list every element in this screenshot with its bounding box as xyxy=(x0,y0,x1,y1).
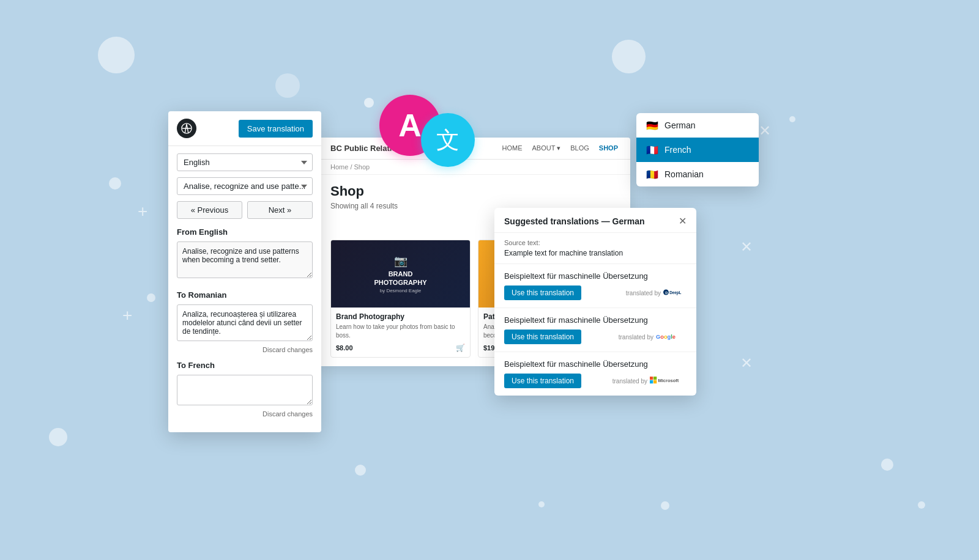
deco-dot-5 xyxy=(355,465,366,476)
translated-by-deepl: translated by D DeepL xyxy=(626,288,687,298)
use-translation-microsoft[interactable]: Use this translation xyxy=(504,374,581,388)
svg-rect-8 xyxy=(653,380,657,383)
bubble-translate: 文 xyxy=(421,113,475,167)
use-translation-deepl[interactable]: Use this translation xyxy=(504,286,581,300)
lang-item-german[interactable]: 🇩🇪 German xyxy=(636,113,759,138)
deco-plus-1: + xyxy=(138,202,147,221)
suggestion-footer-google: Use this translation translated by Googl… xyxy=(504,330,687,344)
deco-dot-12 xyxy=(918,501,925,509)
product-footer-brand: $8.00 🛒 xyxy=(336,344,465,352)
shop-nav-links: HOME ABOUT ▾ BLOG SHOP xyxy=(502,144,618,152)
suggestion-deepl: Beispieltext für maschinelle Übersetzung… xyxy=(494,264,696,308)
lang-item-french[interactable]: 🇫🇷 French xyxy=(636,138,759,162)
lang-item-romanian[interactable]: 🇷🇴 Romanian xyxy=(636,162,759,186)
svg-text:D: D xyxy=(665,291,668,295)
google-badge: Google xyxy=(656,332,687,342)
camera-icon: 📷 xyxy=(394,254,408,268)
deco-dot-11 xyxy=(364,98,374,108)
source-text: Example text for machine translation xyxy=(504,249,687,257)
to-romanian-label: To Romanian xyxy=(177,290,313,300)
to-french-label: To French xyxy=(177,361,313,370)
deepl-badge: D DeepL xyxy=(663,288,687,298)
source-label: Source text: xyxy=(504,239,687,246)
german-flag: 🇩🇪 xyxy=(646,121,658,130)
nav-about[interactable]: ABOUT ▾ xyxy=(532,144,560,152)
scene: ✕ ✕ ✕ + + A 文 Save translation English xyxy=(0,0,979,560)
previous-button[interactable]: « Previous xyxy=(177,201,242,219)
wp-translation-panel: Save translation English Analise, recogn… xyxy=(168,111,321,432)
deco-dot-6 xyxy=(538,501,545,507)
deco-plus-2: + xyxy=(122,306,132,325)
discard-romanian[interactable]: Discard changes xyxy=(177,346,313,353)
deco-dot-4 xyxy=(49,428,67,446)
save-translation-button[interactable]: Save translation xyxy=(239,120,313,138)
to-french-section: To French Discard changes xyxy=(177,361,313,418)
suggestion-footer-deepl: Use this translation translated by D Dee… xyxy=(504,286,687,300)
deco-dot-7 xyxy=(612,40,646,73)
deco-dot-2 xyxy=(109,177,121,190)
brand-sub: by Desmond Eagle xyxy=(380,288,422,293)
french-textarea[interactable] xyxy=(177,375,313,405)
from-section: From English Analise, recognize and use … xyxy=(177,227,313,283)
french-label: French xyxy=(664,145,691,155)
microsoft-badge: Microsoft xyxy=(650,376,687,386)
deco-dot-10 xyxy=(881,459,893,471)
nav-buttons: « Previous Next » xyxy=(177,201,313,219)
language-select[interactable]: English xyxy=(177,153,313,171)
product-card-brand: 📷 BRANDPHOTOGRAPHY by Desmond Eagle Bran… xyxy=(330,240,471,358)
wp-panel-header: Save translation xyxy=(168,111,321,146)
svg-rect-6 xyxy=(653,377,657,380)
german-label: German xyxy=(664,120,696,130)
deco-cross-1: ✕ xyxy=(759,122,771,139)
suggestions-panel: Suggested translations — German ✕ Source… xyxy=(494,208,696,396)
shop-breadcrumb: Home / Shop xyxy=(318,160,630,175)
language-selector-panel: 🇩🇪 German 🇫🇷 French 🇷🇴 Romanian xyxy=(636,113,759,186)
french-flag: 🇫🇷 xyxy=(646,146,658,154)
wp-panel-body: English Analise, recognize and use patte… xyxy=(168,146,321,432)
translated-by-label-deepl: translated by xyxy=(626,290,661,297)
product-image-brand: 📷 BRANDPHOTOGRAPHY by Desmond Eagle xyxy=(331,240,470,308)
string-select[interactable]: Analise, recognize and use patte... xyxy=(177,177,313,195)
source-textarea[interactable]: Analise, recognize and use patterns when… xyxy=(177,241,313,278)
shop-title: Shop xyxy=(330,183,618,199)
nav-blog[interactable]: BLOG xyxy=(570,144,589,152)
use-translation-google[interactable]: Use this translation xyxy=(504,330,581,344)
suggestions-title: Suggested translations — German xyxy=(504,216,645,226)
product-info-brand: Brand Photography Learn how to take your… xyxy=(331,308,470,357)
from-section-label: From English xyxy=(177,227,313,237)
svg-text:Microsoft: Microsoft xyxy=(658,378,679,383)
deco-cross-3: ✕ xyxy=(740,355,753,372)
nav-shop[interactable]: SHOP xyxy=(599,144,618,152)
bubble-a-letter: A xyxy=(398,107,422,144)
cart-icon-brand[interactable]: 🛒 xyxy=(456,344,465,352)
brand-title: BRANDPHOTOGRAPHY xyxy=(374,270,427,286)
product-price-brand: $8.00 xyxy=(336,344,353,352)
deco-dot-1 xyxy=(98,37,135,73)
deco-dot-9 xyxy=(789,116,795,122)
discard-french[interactable]: Discard changes xyxy=(177,410,313,418)
translated-by-google: translated by Google xyxy=(619,332,687,342)
deco-dot-3 xyxy=(147,293,155,302)
deco-dot-8 xyxy=(661,501,669,510)
translated-by-microsoft: translated by Microsoft xyxy=(612,376,687,386)
next-button[interactable]: Next » xyxy=(247,201,313,219)
svg-text:Google: Google xyxy=(656,334,676,340)
suggestion-text-google: Beispieltext für maschinelle Übersetzung xyxy=(504,315,687,325)
romanian-textarea[interactable]: Analiza, recunoașterea și utilizarea mod… xyxy=(177,304,313,341)
suggestion-google: Beispieltext für maschinelle Übersetzung… xyxy=(494,308,696,352)
translate-symbol: 文 xyxy=(436,125,460,156)
suggestion-text-deepl: Beispieltext für maschinelle Übersetzung xyxy=(504,271,687,281)
svg-rect-7 xyxy=(650,380,653,383)
close-suggestions-button[interactable]: ✕ xyxy=(679,216,687,226)
suggestion-footer-microsoft: Use this translation translated by Micro… xyxy=(504,374,687,388)
deco-cross-2: ✕ xyxy=(740,238,753,256)
deco-dot-13 xyxy=(275,73,300,98)
wp-logo xyxy=(177,119,196,138)
nav-home[interactable]: HOME xyxy=(502,144,522,152)
romanian-label: Romanian xyxy=(664,169,704,179)
suggestion-text-microsoft: Beispieltext für maschinelle Übersetzung xyxy=(504,359,687,369)
suggestion-microsoft: Beispieltext für maschinelle Übersetzung… xyxy=(494,352,696,396)
romanian-flag: 🇷🇴 xyxy=(646,170,658,179)
translated-by-label-microsoft: translated by xyxy=(612,378,647,385)
svg-text:DeepL: DeepL xyxy=(669,290,681,295)
